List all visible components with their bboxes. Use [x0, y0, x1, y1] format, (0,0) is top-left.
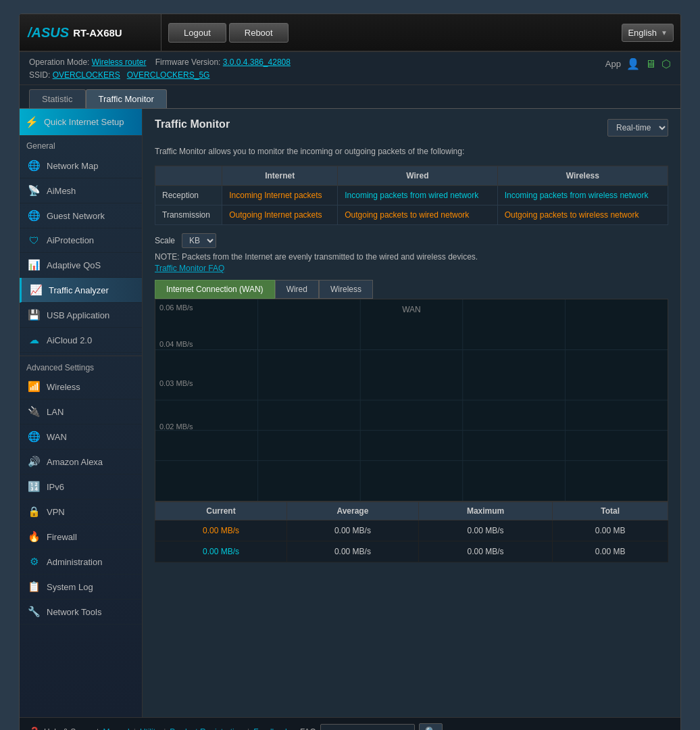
stats-row2-average: 0.00 MB/s	[286, 541, 418, 562]
transmission-wireless[interactable]: Outgoing packets to wireless network	[497, 205, 668, 225]
sidebar-item-wan[interactable]: 🌐 WAN	[20, 424, 142, 449]
faq-search-button[interactable]: 🔍	[419, 723, 443, 730]
sidebar-item-aicloud[interactable]: ☁ AiCloud 2.0	[20, 328, 142, 353]
sidebar-item-usb-application[interactable]: 💾 USB Application	[20, 303, 142, 328]
sidebar-item-firewall[interactable]: 🔥 Firewall	[20, 525, 142, 550]
chart-grid-svg	[155, 299, 668, 501]
sidebar-item-lan[interactable]: 🔌 LAN	[20, 399, 142, 424]
faq-search-input[interactable]	[320, 724, 415, 730]
row-transmission-label: Transmission	[155, 205, 222, 225]
sidebar-item-traffic-analyzer[interactable]: 📈 Traffic Analyzer	[20, 278, 142, 303]
language-select[interactable]: English ▼	[622, 24, 674, 42]
sidebar-item-network-tools[interactable]: 🔧 Network Tools	[20, 600, 142, 625]
ssid-2g-link[interactable]: OVERCLOCKERS	[53, 70, 120, 80]
operation-mode-link[interactable]: Wireless router	[92, 57, 147, 67]
transmission-internet[interactable]: Outgoing Internet packets	[222, 205, 338, 225]
sidebar-item-qis[interactable]: ⚡ Quick Internet Setup	[20, 109, 142, 135]
stats-row2-maximum: 0.00 MB/s	[418, 541, 552, 562]
language-label: English	[628, 28, 657, 38]
reception-wireless[interactable]: Incoming packets from wireless network	[497, 186, 668, 205]
system-log-icon: 📋	[26, 581, 41, 593]
sidebar-item-label: AiProtection	[47, 235, 94, 245]
sidebar-item-label: Guest Network	[47, 211, 105, 221]
scale-select[interactable]: KB	[182, 233, 216, 248]
sidebar-item-label: Amazon Alexa	[47, 457, 103, 467]
sidebar-item-label: IPv6	[47, 482, 64, 492]
guest-network-icon: 🌐	[26, 210, 41, 222]
sidebar-item-label: WAN	[47, 432, 67, 442]
reception-internet[interactable]: Incoming Internet packets	[222, 186, 338, 205]
aicloud-icon: ☁	[26, 334, 41, 346]
sidebar-item-amazon-alexa[interactable]: 🔊 Amazon Alexa	[20, 449, 142, 474]
sidebar-item-administration[interactable]: ⚙ Administration	[20, 550, 142, 575]
chart-tab-wireless[interactable]: Wireless	[319, 280, 373, 299]
status-info: Operation Mode: Wireless router Firmware…	[29, 56, 291, 82]
sidebar-item-aiprotection[interactable]: 🛡 AiProtection	[20, 228, 142, 253]
page-title: Traffic Monitor	[155, 118, 230, 130]
chart-tabs: Internet Connection (WAN) Wired Wireless	[155, 280, 668, 299]
status-icons: App 👤 🖥 ⬡	[605, 57, 671, 70]
sidebar-item-vpn[interactable]: 🔒 VPN	[20, 500, 142, 525]
network-tools-icon: 🔧	[26, 606, 41, 618]
monitor-icon[interactable]: 🖥	[645, 58, 656, 70]
stats-row2-total: 0.00 MB	[553, 541, 668, 562]
sidebar-item-wireless[interactable]: 📶 Wireless	[20, 374, 142, 399]
tab-traffic-monitor[interactable]: Traffic Monitor	[86, 89, 167, 108]
manual-link[interactable]: Manual	[103, 727, 129, 730]
app-label: App	[605, 59, 621, 69]
amazon-alexa-icon: 🔊	[26, 456, 41, 468]
stats-col-current: Current	[155, 502, 287, 520]
reboot-button[interactable]: Reboot	[229, 23, 289, 43]
operation-mode-label: Operation Mode:	[29, 57, 89, 67]
usb-icon[interactable]: ⬡	[661, 57, 671, 70]
vpn-icon: 🔒	[26, 506, 41, 518]
top-controls: Traffic Monitor Real-time	[155, 118, 668, 137]
stats-table: Current Average Maximum Total 0.00 MB/s …	[155, 502, 668, 562]
sidebar-item-aimesh[interactable]: 📡 AiMesh	[20, 178, 142, 203]
sidebar-item-adaptive-qos[interactable]: 📊 Adaptive QoS	[20, 253, 142, 278]
stats-col-average: Average	[286, 502, 418, 520]
administration-icon: ⚙	[26, 556, 41, 568]
table-row: Reception Incoming Internet packets Inco…	[155, 186, 668, 205]
note-text: NOTE: Packets from the Internet are even…	[155, 252, 668, 262]
stats-col-total: Total	[553, 502, 668, 520]
network-map-icon: 🌐	[26, 160, 41, 172]
stats-row1-average: 0.00 MB/s	[286, 520, 418, 541]
chart-tab-wan[interactable]: Internet Connection (WAN)	[155, 280, 275, 299]
stats-row1-maximum: 0.00 MB/s	[418, 520, 552, 541]
sidebar-item-guest-network[interactable]: 🌐 Guest Network	[20, 203, 142, 228]
chevron-down-icon: ▼	[661, 29, 668, 36]
product-registration-link[interactable]: Product Registration	[170, 727, 243, 730]
header-nav: Logout Reboot English ▼	[161, 23, 680, 43]
sidebar-item-label: AiCloud 2.0	[47, 335, 92, 345]
transmission-wired[interactable]: Outgoing packets to wired network	[338, 205, 497, 225]
ssid-5g-link[interactable]: OVERCLOCKERS_5G	[127, 70, 210, 80]
stats-row2-current: 0.00 MB/s	[155, 541, 287, 562]
sidebar-item-label: AiMesh	[47, 186, 76, 196]
col-empty	[155, 166, 222, 186]
utility-link[interactable]: Utility	[140, 727, 159, 730]
sidebar-item-system-log[interactable]: 📋 System Log	[20, 575, 142, 600]
chart-tab-wired[interactable]: Wired	[275, 280, 319, 299]
sidebar-item-network-map[interactable]: 🌐 Network Map	[20, 153, 142, 178]
sidebar: ⚡ Quick Internet Setup General 🌐 Network…	[20, 109, 143, 717]
col-internet: Internet	[222, 166, 338, 186]
firmware-link[interactable]: 3.0.0.4.386_42808	[223, 57, 291, 67]
sidebar-divider	[20, 356, 142, 356]
lan-icon: 🔌	[26, 406, 41, 418]
tab-statistic[interactable]: Statistic	[29, 89, 86, 108]
chart-label-002: 0.02 MB/s	[159, 422, 193, 431]
logout-button[interactable]: Logout	[168, 23, 226, 43]
reception-wired[interactable]: Incoming packets from wired network	[338, 186, 497, 205]
feedback-link[interactable]: Feedback	[253, 727, 289, 730]
sidebar-item-label: Wireless	[47, 382, 80, 392]
user-icon[interactable]: 👤	[626, 57, 640, 70]
status-bar: Operation Mode: Wireless router Firmware…	[20, 52, 680, 85]
main-content: Traffic Monitor Real-time Traffic Monito…	[143, 109, 680, 717]
scale-label: Scale	[155, 236, 175, 245]
sidebar-item-ipv6[interactable]: 🔢 IPv6	[20, 474, 142, 500]
faq-link[interactable]: Traffic Monitor FAQ	[155, 264, 668, 273]
stats-row1-total: 0.00 MB	[553, 520, 668, 541]
sidebar-item-label: System Log	[47, 582, 93, 592]
realtime-select[interactable]: Real-time	[607, 119, 668, 137]
